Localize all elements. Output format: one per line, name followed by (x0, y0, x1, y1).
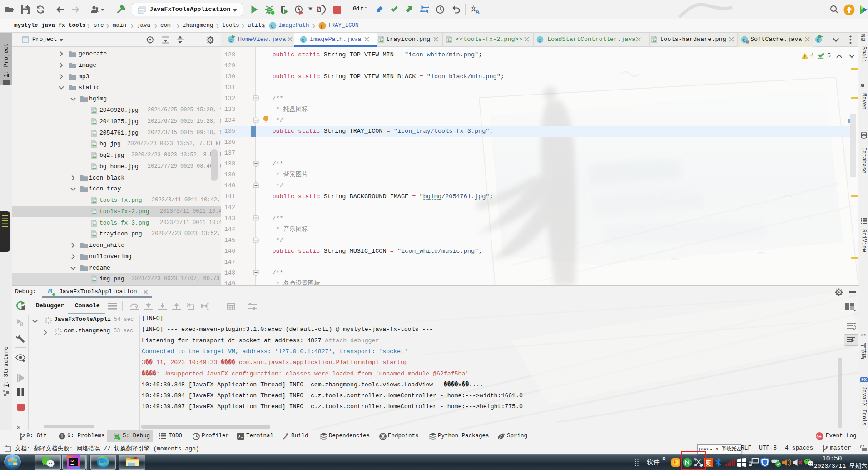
svg-text:9: 9 (20, 321, 23, 328)
svg-text:A: A (475, 8, 480, 15)
svg-text:IJ: IJ (71, 459, 74, 463)
svg-text:C: C (271, 24, 274, 29)
svg-text:9+: 9+ (817, 434, 822, 439)
